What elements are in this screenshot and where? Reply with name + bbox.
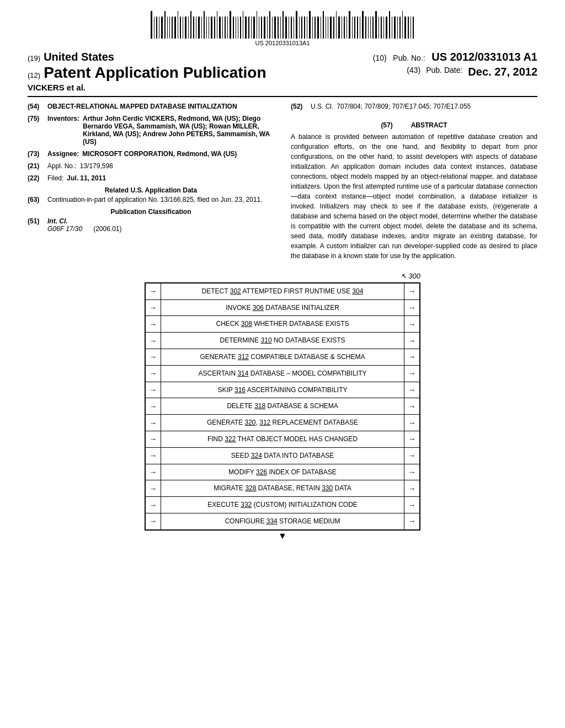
flowchart-right-arrow: →	[404, 349, 419, 365]
pub-no-label: Pub. No.:	[393, 53, 425, 62]
int-cl-label: Int. Cl.	[47, 217, 68, 225]
flowchart-step: SKIP 316 ASCERTAINING COMPATIBILITY	[161, 382, 404, 398]
header-row: (19) United States (12) Patent Applicati…	[28, 51, 537, 93]
pub-no-value: US 2012/0331013 A1	[431, 51, 537, 63]
flowchart-row: →MODIFY 326 INDEX OF DATABASE→	[146, 464, 419, 481]
flowchart-right-arrow: →	[404, 497, 419, 513]
flowchart-step: MODIFY 326 INDEX OF DATABASE	[161, 464, 404, 480]
patent-number-top: US 20120331013A1	[28, 40, 537, 46]
flowchart-row: →DELETE 318 DATABASE & SCHEMA→	[146, 398, 419, 415]
flowchart-left-arrow: →	[146, 398, 161, 414]
flowchart-left-arrow: →	[146, 497, 161, 513]
label-10: (10)	[373, 53, 387, 62]
flowchart-left-arrow: →	[146, 464, 161, 480]
flowchart-step: CONFIGURE 334 STORAGE MEDIUM	[161, 513, 404, 529]
flowchart-right-arrow: →	[404, 480, 419, 496]
label-21: (21)	[28, 162, 44, 170]
flowchart-step: MIGRATE 328 DATABASE, RETAIN 330 DATA	[161, 480, 404, 496]
flowchart-step: DETECT 302 ATTEMPTED FIRST RUNTIME USE 3…	[161, 283, 404, 299]
flowchart-row: →GENERATE 320, 312 REPLACEMENT DATABASE→	[146, 415, 419, 431]
label-19: (19)	[28, 54, 40, 62]
flowchart-step: DELETE 318 DATABASE & SCHEMA	[161, 398, 404, 414]
flowchart-row: →GENERATE 312 COMPATIBLE DATABASE & SCHE…	[146, 349, 419, 366]
label-22: (22)	[28, 174, 44, 182]
int-cl-date: (2006.01)	[93, 225, 121, 233]
flowchart-row: →EXECUTE 332 (CUSTOM) INITIALIZATION COD…	[146, 497, 419, 513]
us-cl-label: U.S. Cl.	[311, 103, 333, 110]
flowchart-row: →CONFIGURE 334 STORAGE MEDIUM→	[146, 513, 419, 529]
patent-app-pub-label: Patent Application Publication	[44, 65, 266, 82]
flowchart-right-arrow: →	[404, 464, 419, 480]
label-73: (73)	[28, 150, 44, 158]
flowchart-left-arrow: →	[146, 513, 161, 529]
pub-date-label-text: Pub. Date:	[426, 66, 462, 78]
inventors-value: Arthur John Cerdic VICKERS, Redmond, WA …	[83, 115, 274, 146]
label-54: (54)	[28, 103, 44, 110]
flowchart-section: ↖ 300 →DETECT 302 ATTEMPTED FIRST RUNTIM…	[28, 272, 537, 542]
continuation-text: Continuation-in-part of application No. …	[47, 196, 274, 204]
field-22: (22) Filed: Jul. 11, 2011	[28, 174, 274, 182]
flowchart-left-arrow: →	[146, 333, 161, 349]
flowchart-left-arrow: →	[146, 480, 161, 496]
field-63: (63) Continuation-in-part of application…	[28, 196, 274, 204]
flowchart-row: →MIGRATE 328 DATABASE, RETAIN 330 DATA→	[146, 480, 419, 497]
flowchart-step: EXECUTE 332 (CUSTOM) INITIALIZATION CODE	[161, 497, 404, 513]
flowchart-left-arrow: →	[146, 316, 161, 332]
label-75: (75)	[28, 115, 44, 146]
pub-class-title: Publication Classification	[28, 208, 274, 216]
flowchart-row: →ASCERTAIN 314 DATABASE – MODEL COMPATIB…	[146, 366, 419, 382]
label-57: (57)	[381, 121, 392, 129]
related-section-title: Related U.S. Application Data	[28, 186, 274, 194]
flowchart-left-arrow: →	[146, 349, 161, 365]
flowchart-right-arrow: →	[404, 415, 419, 431]
label-12: (12)	[28, 71, 40, 79]
flowchart-right-arrow: →	[404, 333, 419, 349]
flowchart-row: →FIND 322 THAT OBJECT MODEL HAS CHANGED→	[146, 431, 419, 448]
flowchart-step: CHECK 308 WHETHER DATABASE EXISTS	[161, 316, 404, 332]
filed-label: Filed:	[47, 174, 63, 182]
flowchart-row: →SKIP 316 ASCERTAINING COMPATIBILITY→	[146, 382, 419, 399]
label-43: (43)	[407, 66, 420, 78]
flowchart-row: →SEED 324 DATA INTO DATABASE→	[146, 448, 419, 464]
flowchart-rows: →DETECT 302 ATTEMPTED FIRST RUNTIME USE …	[146, 283, 419, 529]
flowchart-step: FIND 322 THAT OBJECT MODEL HAS CHANGED	[161, 431, 404, 447]
flowchart-step: SEED 324 DATA INTO DATABASE	[161, 448, 404, 464]
abstract-title-text: ABSTRACT	[411, 121, 447, 129]
flowchart-left-arrow: →	[146, 366, 161, 382]
flowchart-step: INVOKE 306 DATABASE INITIALIZER	[161, 300, 404, 316]
flowchart-row: →DETECT 302 ATTEMPTED FIRST RUNTIME USE …	[146, 283, 419, 300]
inventors-label: Inventors:	[47, 115, 79, 146]
flowchart-container: ↖ 300 →DETECT 302 ATTEMPTED FIRST RUNTIM…	[145, 272, 420, 542]
label-52: (52)	[291, 103, 307, 110]
pub-date-value: Dec. 27, 2012	[468, 66, 537, 78]
barcode: // Will be generated after DOM loads	[28, 11, 537, 39]
field-21: (21) Appl. No.: 13/179,598	[28, 162, 274, 170]
assignee-value: MICROSOFT CORPORATION, Redmond, WA (US)	[82, 150, 274, 158]
flowchart-outer-box: →DETECT 302 ATTEMPTED FIRST RUNTIME USE …	[145, 282, 420, 531]
us-cl-value: 707/804; 707/809; 707/E17.045; 707/E17.0…	[337, 103, 471, 110]
pub-date-line: (43) Pub. Date: Dec. 27, 2012	[288, 66, 537, 78]
flowchart-right-arrow: →	[404, 300, 419, 316]
label-63: (63)	[28, 196, 44, 204]
label-51: (51)	[28, 217, 44, 233]
flowchart-row: →INVOKE 306 DATABASE INITIALIZER→	[146, 300, 419, 317]
int-cl-value: G06F 17/30	[47, 225, 82, 233]
flowchart-step: GENERATE 312 COMPATIBLE DATABASE & SCHEM…	[161, 349, 404, 365]
field-73: (73) Assignee: MICROSOFT CORPORATION, Re…	[28, 150, 274, 158]
flowchart-label: ↖ 300	[401, 272, 420, 280]
left-column: (54) OBJECT-RELATIONAL MAPPED DATABASE I…	[28, 103, 274, 261]
flowchart-right-arrow: →	[404, 513, 419, 529]
flowchart-row: →DETERMINE 310 NO DATABASE EXISTS→	[146, 333, 419, 349]
flowchart-left-arrow: →	[146, 448, 161, 464]
main-content: (54) OBJECT-RELATIONAL MAPPED DATABASE I…	[28, 103, 537, 261]
flowchart-right-arrow: →	[404, 366, 419, 382]
appl-no-label: Appl. No.:	[47, 162, 77, 170]
barcode-section: // Will be generated after DOM loads US …	[28, 11, 537, 46]
abstract-text: A balance is provided between automation…	[291, 132, 537, 261]
abstract-label-57: (57) ABSTRACT	[291, 121, 537, 129]
filed-date: Jul. 11, 2011	[67, 174, 106, 182]
divider-top	[28, 96, 537, 97]
field-51: (51) Int. Cl. G06F 17/30 (2006.01)	[28, 217, 274, 233]
flowchart-right-arrow: →	[404, 431, 419, 447]
united-states-label: United States	[44, 51, 114, 63]
